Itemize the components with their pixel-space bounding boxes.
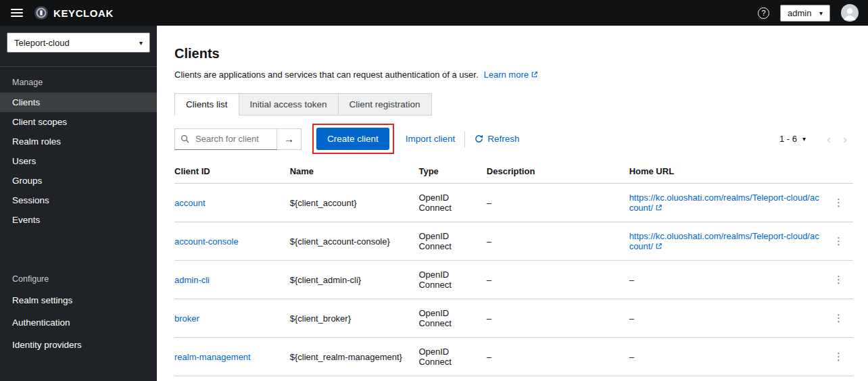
home-url-link[interactable]: https://kc.oluoshati.com/realms/Teleport… <box>629 231 819 251</box>
realm-selector-label: Teleport-cloud <box>14 38 70 48</box>
refresh-icon <box>475 134 483 143</box>
tab-initial-access-token[interactable]: Initial access token <box>239 93 339 116</box>
realm-selector-dropdown[interactable]: Teleport-cloud ▾ <box>7 32 150 53</box>
tab-bar: Clients list Initial access token Client… <box>174 93 432 116</box>
help-icon[interactable]: ? <box>758 7 769 19</box>
client-type: OpenID Connect <box>418 376 486 381</box>
sidebar-item-groups[interactable]: Groups <box>0 171 157 190</box>
top-bar: KEYCLOAK ? admin ▾ <box>0 0 868 26</box>
page-title: Clients <box>174 46 853 61</box>
sidebar-item-client-scopes[interactable]: Client scopes <box>0 112 157 132</box>
client-description: – <box>487 376 629 381</box>
sidebar-item-users[interactable]: Users <box>0 151 157 171</box>
client-description: – <box>487 184 629 222</box>
client-name: ${client_broker} <box>290 299 419 338</box>
table-row: account-console ${client_account-console… <box>174 222 853 261</box>
home-url-link[interactable]: https://kc.oluoshati.com/realms/Teleport… <box>629 193 819 213</box>
pagination-prev-button[interactable]: ‹ <box>821 133 837 145</box>
keycloak-logo: KEYCLOAK <box>34 5 114 20</box>
client-name: ${client_account} <box>290 184 419 222</box>
search-submit-button[interactable]: → <box>277 128 302 150</box>
pagination-next-button[interactable]: › <box>837 133 853 145</box>
external-link-icon <box>531 71 538 78</box>
sidebar-item-realm-settings[interactable]: Realm settings <box>0 289 157 311</box>
sidebar-item-events[interactable]: Events <box>0 210 157 230</box>
client-type: OpenID Connect <box>418 338 486 376</box>
tab-clients-list[interactable]: Clients list <box>174 93 239 116</box>
table-row: security-admin-console ${client_security… <box>174 376 853 381</box>
toolbar: → Create client Import client Refresh 1 … <box>174 128 853 150</box>
user-menu-dropdown[interactable]: admin ▾ <box>780 5 830 22</box>
avatar-icon <box>841 4 859 22</box>
user-menu-label: admin <box>788 8 811 18</box>
client-description: – <box>487 261 629 299</box>
client-description: – <box>487 299 629 338</box>
column-header-home-url: Home URL <box>629 159 826 184</box>
client-description: – <box>487 222 629 261</box>
home-url-empty: – <box>629 352 634 362</box>
column-header-actions <box>826 159 853 184</box>
avatar[interactable] <box>841 4 859 22</box>
home-url-empty: – <box>629 313 634 324</box>
sidebar-section-configure: Configure Realm settings Authentication … <box>0 263 157 356</box>
kebab-menu-icon[interactable]: ⋮ <box>831 236 846 246</box>
clients-table: Client ID Name Type Description Home URL… <box>174 159 853 381</box>
client-type: OpenID Connect <box>418 184 486 222</box>
section-label-manage: Manage <box>0 67 157 93</box>
tab-client-registration[interactable]: Client registration <box>339 93 432 116</box>
kebab-menu-icon[interactable]: ⋮ <box>831 197 846 207</box>
sidebar-item-sessions[interactable]: Sessions <box>0 190 157 210</box>
table-row: admin-cli ${client_admin-cli} OpenID Con… <box>174 261 853 299</box>
search-input[interactable] <box>174 128 277 150</box>
client-description: – <box>487 338 629 376</box>
client-id-link[interactable]: admin-cli <box>174 275 210 285</box>
column-header-type: Type <box>418 159 486 184</box>
page-subtitle: Clients are applications and services th… <box>174 70 479 80</box>
brand-text: KEYCLOAK <box>53 7 114 19</box>
client-name: ${client_realm-management} <box>290 338 419 376</box>
client-id-link[interactable]: account <box>174 198 206 208</box>
kebab-menu-icon[interactable]: ⋮ <box>831 351 846 361</box>
table-header-row: Client ID Name Type Description Home URL <box>174 159 853 184</box>
client-id-link[interactable]: account-console <box>174 236 239 247</box>
pagination-range-dropdown[interactable]: 1 - 6 ▾ <box>779 134 806 144</box>
sidebar-item-realm-roles[interactable]: Realm roles <box>0 132 157 151</box>
column-header-name: Name <box>290 159 419 184</box>
client-id-link[interactable]: broker <box>174 313 199 324</box>
column-header-client-id: Client ID <box>174 159 290 184</box>
external-link-icon <box>655 243 662 250</box>
table-row: broker ${client_broker} OpenID Connect –… <box>174 299 853 338</box>
sidebar: Teleport-cloud ▾ Manage Clients Client s… <box>0 26 157 381</box>
client-name: ${client_admin-cli} <box>290 261 419 299</box>
main-content: Clients Clients are applications and ser… <box>157 26 868 381</box>
sidebar-section-manage: Manage Clients Client scopes Realm roles… <box>0 67 157 230</box>
chevron-down-icon: ▾ <box>819 9 823 17</box>
create-client-annotation-box: Create client <box>316 128 389 150</box>
learn-more-link[interactable]: Learn more <box>484 70 538 80</box>
import-client-button[interactable]: Import client <box>406 134 456 144</box>
client-name: ${client_security-admin-console} <box>290 376 419 381</box>
sidebar-item-identity-providers[interactable]: Identity providers <box>0 334 157 356</box>
external-link-icon <box>655 204 662 211</box>
kebab-menu-icon[interactable]: ⋮ <box>831 313 846 323</box>
keycloak-logo-icon <box>34 5 49 20</box>
client-id-link[interactable]: realm-management <box>174 352 251 362</box>
refresh-button[interactable]: Refresh <box>475 134 519 144</box>
client-type: OpenID Connect <box>418 299 486 338</box>
hamburger-menu-icon[interactable] <box>11 9 23 17</box>
client-type: OpenID Connect <box>418 261 486 299</box>
column-header-description: Description <box>487 159 629 184</box>
home-url-empty: – <box>629 275 634 285</box>
client-name: ${client_account-console} <box>290 222 419 261</box>
kebab-menu-icon[interactable]: ⋮ <box>831 274 846 284</box>
section-label-configure: Configure <box>0 263 157 289</box>
create-client-button[interactable]: Create client <box>316 128 389 150</box>
sidebar-item-authentication[interactable]: Authentication <box>0 311 157 334</box>
pagination-range-label: 1 - 6 <box>779 134 797 144</box>
table-row: realm-management ${client_realm-manageme… <box>174 338 853 376</box>
client-type: OpenID Connect <box>418 222 486 261</box>
table-row: account ${client_account} OpenID Connect… <box>174 184 853 222</box>
toolbar-divider <box>464 131 465 147</box>
sidebar-item-clients[interactable]: Clients <box>0 93 157 112</box>
chevron-down-icon: ▾ <box>139 39 143 47</box>
